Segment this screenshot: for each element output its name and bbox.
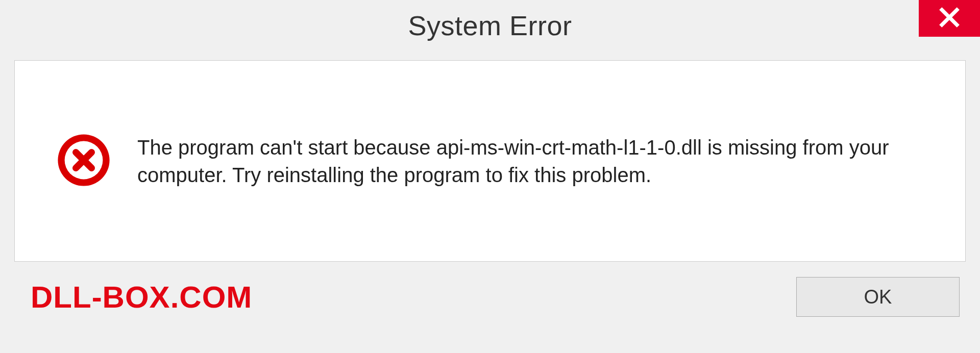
close-button[interactable] (919, 0, 980, 37)
titlebar: System Error (0, 0, 980, 51)
content-panel: The program can't start because api-ms-w… (14, 60, 966, 262)
error-icon (56, 132, 112, 190)
watermark-text: DLL-BOX.COM (31, 280, 252, 315)
window-title: System Error (408, 10, 572, 41)
footer: DLL-BOX.COM OK (0, 262, 980, 317)
error-message: The program can't start because api-ms-w… (137, 134, 935, 189)
close-icon (938, 6, 961, 31)
ok-button[interactable]: OK (796, 277, 960, 317)
